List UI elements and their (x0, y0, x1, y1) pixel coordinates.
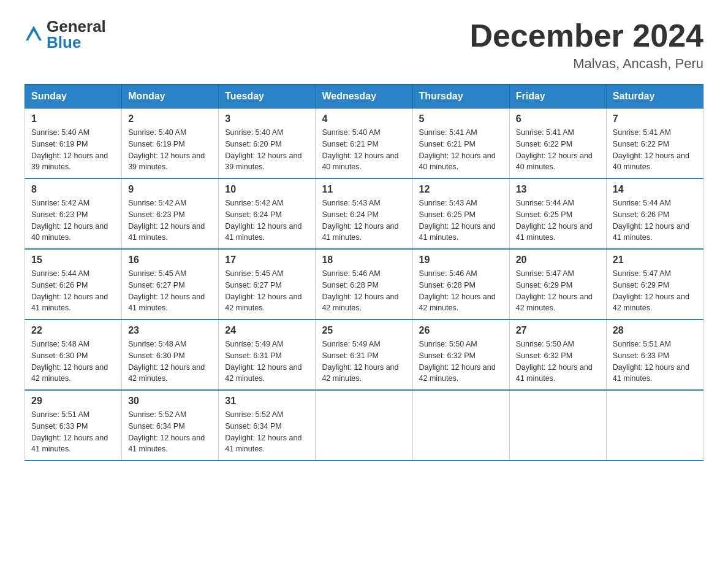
calendar-cell: 16 Sunrise: 5:45 AMSunset: 6:27 PMDaylig… (122, 249, 219, 320)
day-info: Sunrise: 5:40 AMSunset: 6:21 PMDaylight:… (322, 127, 406, 173)
day-info: Sunrise: 5:49 AMSunset: 6:31 PMDaylight:… (322, 339, 406, 385)
day-number: 20 (516, 255, 600, 266)
calendar-cell: 9 Sunrise: 5:42 AMSunset: 6:23 PMDayligh… (122, 178, 219, 249)
day-info: Sunrise: 5:44 AMSunset: 6:26 PMDaylight:… (31, 268, 115, 314)
calendar-week-row: 1 Sunrise: 5:40 AMSunset: 6:19 PMDayligh… (25, 109, 703, 179)
day-info: Sunrise: 5:40 AMSunset: 6:20 PMDaylight:… (225, 127, 309, 173)
day-number: 1 (31, 113, 115, 124)
day-info: Sunrise: 5:50 AMSunset: 6:32 PMDaylight:… (419, 339, 503, 385)
day-number: 21 (613, 255, 697, 266)
day-info: Sunrise: 5:45 AMSunset: 6:27 PMDaylight:… (225, 268, 309, 314)
day-number: 24 (225, 325, 309, 336)
day-number: 26 (419, 325, 503, 336)
day-info: Sunrise: 5:48 AMSunset: 6:30 PMDaylight:… (128, 339, 212, 385)
day-number: 12 (419, 184, 503, 195)
day-info: Sunrise: 5:47 AMSunset: 6:29 PMDaylight:… (613, 268, 697, 314)
calendar-cell: 11 Sunrise: 5:43 AMSunset: 6:24 PMDaylig… (316, 178, 412, 249)
day-number: 11 (322, 184, 406, 195)
calendar-cell: 27 Sunrise: 5:50 AMSunset: 6:32 PMDaylig… (509, 320, 606, 390)
calendar-cell: 23 Sunrise: 5:48 AMSunset: 6:30 PMDaylig… (122, 320, 219, 390)
day-info: Sunrise: 5:47 AMSunset: 6:29 PMDaylight:… (516, 268, 600, 314)
day-info: Sunrise: 5:52 AMSunset: 6:34 PMDaylight:… (128, 409, 212, 455)
weekday-header-tuesday: Tuesday (219, 85, 316, 109)
calendar-cell: 28 Sunrise: 5:51 AMSunset: 6:33 PMDaylig… (606, 320, 703, 390)
day-info: Sunrise: 5:44 AMSunset: 6:25 PMDaylight:… (516, 197, 600, 243)
day-number: 10 (225, 184, 309, 195)
calendar-cell: 1 Sunrise: 5:40 AMSunset: 6:19 PMDayligh… (25, 109, 122, 179)
day-number: 16 (128, 255, 212, 266)
logo-general: General (47, 18, 106, 34)
day-number: 29 (31, 396, 115, 407)
day-info: Sunrise: 5:46 AMSunset: 6:28 PMDaylight:… (322, 268, 406, 314)
calendar-cell (509, 390, 606, 461)
calendar-cell: 26 Sunrise: 5:50 AMSunset: 6:32 PMDaylig… (412, 320, 509, 390)
calendar-cell: 8 Sunrise: 5:42 AMSunset: 6:23 PMDayligh… (25, 178, 122, 249)
day-number: 28 (613, 325, 697, 336)
day-number: 27 (516, 325, 600, 336)
logo-text: General Blue (47, 18, 106, 50)
day-number: 9 (128, 184, 212, 195)
day-info: Sunrise: 5:44 AMSunset: 6:26 PMDaylight:… (613, 197, 697, 243)
calendar-cell: 22 Sunrise: 5:48 AMSunset: 6:30 PMDaylig… (25, 320, 122, 390)
calendar-cell: 21 Sunrise: 5:47 AMSunset: 6:29 PMDaylig… (606, 249, 703, 320)
logo: General Blue (25, 18, 106, 50)
calendar-cell: 19 Sunrise: 5:46 AMSunset: 6:28 PMDaylig… (412, 249, 509, 320)
calendar-cell (412, 390, 509, 461)
day-number: 13 (516, 184, 600, 195)
calendar-cell: 17 Sunrise: 5:45 AMSunset: 6:27 PMDaylig… (219, 249, 316, 320)
day-number: 31 (225, 396, 309, 407)
day-number: 23 (128, 325, 212, 336)
day-number: 19 (419, 255, 503, 266)
day-info: Sunrise: 5:51 AMSunset: 6:33 PMDaylight:… (31, 409, 115, 455)
calendar-cell: 3 Sunrise: 5:40 AMSunset: 6:20 PMDayligh… (219, 109, 316, 179)
day-info: Sunrise: 5:41 AMSunset: 6:22 PMDaylight:… (516, 127, 600, 173)
weekday-header-saturday: Saturday (606, 85, 703, 109)
calendar-cell: 13 Sunrise: 5:44 AMSunset: 6:25 PMDaylig… (509, 178, 606, 249)
day-info: Sunrise: 5:48 AMSunset: 6:30 PMDaylight:… (31, 339, 115, 385)
day-info: Sunrise: 5:43 AMSunset: 6:24 PMDaylight:… (322, 197, 406, 243)
day-number: 6 (516, 113, 600, 124)
day-info: Sunrise: 5:45 AMSunset: 6:27 PMDaylight:… (128, 268, 212, 314)
day-info: Sunrise: 5:42 AMSunset: 6:24 PMDaylight:… (225, 197, 309, 243)
weekday-header-row: SundayMondayTuesdayWednesdayThursdayFrid… (25, 85, 703, 109)
day-number: 25 (322, 325, 406, 336)
calendar-table: SundayMondayTuesdayWednesdayThursdayFrid… (25, 84, 703, 461)
weekday-header-friday: Friday (509, 85, 606, 109)
weekday-header-sunday: Sunday (25, 85, 122, 109)
day-info: Sunrise: 5:46 AMSunset: 6:28 PMDaylight:… (419, 268, 503, 314)
day-info: Sunrise: 5:42 AMSunset: 6:23 PMDaylight:… (128, 197, 212, 243)
day-number: 15 (31, 255, 115, 266)
calendar-week-row: 8 Sunrise: 5:42 AMSunset: 6:23 PMDayligh… (25, 178, 703, 249)
calendar-cell (316, 390, 412, 461)
calendar-cell: 25 Sunrise: 5:49 AMSunset: 6:31 PMDaylig… (316, 320, 412, 390)
day-number: 22 (31, 325, 115, 336)
calendar-cell: 29 Sunrise: 5:51 AMSunset: 6:33 PMDaylig… (25, 390, 122, 461)
location-title: Malvas, Ancash, Peru (469, 56, 703, 72)
calendar-cell: 2 Sunrise: 5:40 AMSunset: 6:19 PMDayligh… (122, 109, 219, 179)
calendar-week-row: 15 Sunrise: 5:44 AMSunset: 6:26 PMDaylig… (25, 249, 703, 320)
day-info: Sunrise: 5:51 AMSunset: 6:33 PMDaylight:… (613, 339, 697, 385)
calendar-cell: 20 Sunrise: 5:47 AMSunset: 6:29 PMDaylig… (509, 249, 606, 320)
day-info: Sunrise: 5:49 AMSunset: 6:31 PMDaylight:… (225, 339, 309, 385)
calendar-cell: 7 Sunrise: 5:41 AMSunset: 6:22 PMDayligh… (606, 109, 703, 179)
month-title: December 2024 (469, 18, 703, 53)
weekday-header-wednesday: Wednesday (316, 85, 412, 109)
calendar-cell: 24 Sunrise: 5:49 AMSunset: 6:31 PMDaylig… (219, 320, 316, 390)
calendar-cell: 15 Sunrise: 5:44 AMSunset: 6:26 PMDaylig… (25, 249, 122, 320)
calendar-cell: 10 Sunrise: 5:42 AMSunset: 6:24 PMDaylig… (219, 178, 316, 249)
calendar-cell: 4 Sunrise: 5:40 AMSunset: 6:21 PMDayligh… (316, 109, 412, 179)
day-info: Sunrise: 5:41 AMSunset: 6:22 PMDaylight:… (613, 127, 697, 173)
calendar-cell: 30 Sunrise: 5:52 AMSunset: 6:34 PMDaylig… (122, 390, 219, 461)
day-info: Sunrise: 5:43 AMSunset: 6:25 PMDaylight:… (419, 197, 503, 243)
day-info: Sunrise: 5:52 AMSunset: 6:34 PMDaylight:… (225, 409, 309, 455)
day-number: 5 (419, 113, 503, 124)
weekday-header-thursday: Thursday (412, 85, 509, 109)
logo-blue: Blue (47, 34, 106, 50)
day-number: 14 (613, 184, 697, 195)
day-number: 7 (613, 113, 697, 124)
calendar-cell: 31 Sunrise: 5:52 AMSunset: 6:34 PMDaylig… (219, 390, 316, 461)
day-number: 3 (225, 113, 309, 124)
weekday-header-monday: Monday (122, 85, 219, 109)
calendar-cell: 18 Sunrise: 5:46 AMSunset: 6:28 PMDaylig… (316, 249, 412, 320)
day-info: Sunrise: 5:50 AMSunset: 6:32 PMDaylight:… (516, 339, 600, 385)
